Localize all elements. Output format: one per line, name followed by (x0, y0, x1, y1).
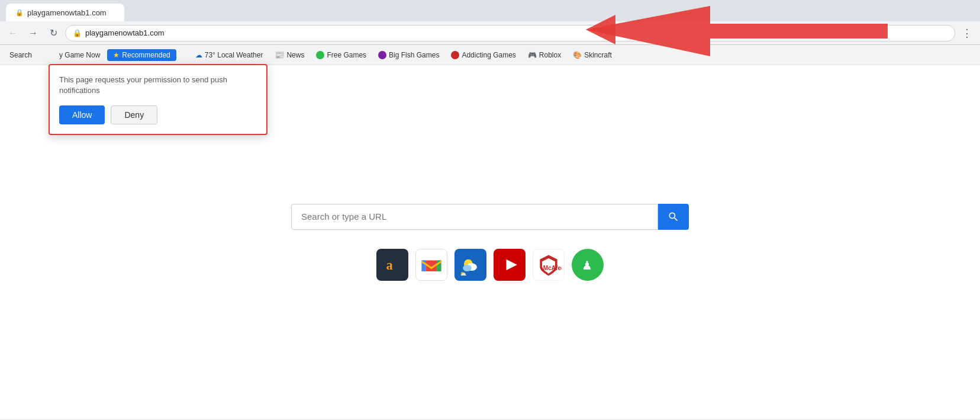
deny-button[interactable]: Deny (111, 105, 157, 124)
weather-icon: ⛅ (457, 252, 483, 278)
bookmark-weather[interactable]: ☁ 73° Local Weather (191, 49, 268, 62)
tab-bar: 🔒 playgamenowtab1.com (0, 0, 980, 21)
svg-text:McAfee: McAfee (543, 265, 562, 271)
search-bookmark-label: Search (9, 51, 32, 59)
bookmark-skincraft[interactable]: 🎨 Skincraft (568, 49, 617, 62)
bookmark-free-games[interactable]: Free Games (311, 49, 371, 62)
quick-link-youtube[interactable] (494, 249, 526, 281)
search-container (291, 204, 689, 230)
big-fish-label: Big Fish Games (389, 51, 439, 59)
bookmark-recommended[interactable]: ★ Recommended (107, 49, 176, 61)
big-fish-icon (378, 51, 386, 59)
popup-message: This page requests your permission to se… (59, 75, 257, 96)
quick-link-mcafee[interactable]: McAfee (533, 249, 565, 281)
mcafee-icon: McAfee (536, 252, 562, 278)
star-icon: ★ (113, 51, 120, 59)
bookmark-play-game[interactable]: y Game Now (54, 49, 105, 62)
bookmark-addicting[interactable]: Addicting Games (446, 49, 520, 62)
back-button[interactable]: ← (5, 25, 21, 41)
addicting-label: Addicting Games (462, 51, 515, 59)
forward-button[interactable]: → (25, 25, 41, 41)
address-bar[interactable]: 🔒 playgamenowtab1.com (65, 25, 955, 41)
bookmarks-bar: Search y Game Now ★ Recommended ☁ 73° Lo… (0, 45, 980, 65)
free-games-label: Free Games (327, 51, 366, 59)
skincraft-icon: 🎨 (573, 51, 582, 59)
search-input[interactable] (301, 211, 648, 222)
roblox-label: Roblox (539, 51, 561, 59)
bookmark-news[interactable]: 📰 News (270, 48, 309, 62)
quick-link-amazon[interactable]: a (376, 249, 408, 281)
quick-link-dashlane[interactable]: ♟ (572, 249, 604, 281)
active-tab[interactable]: 🔒 playgamenowtab1.com (6, 4, 124, 21)
quick-links: a ⛅ (376, 249, 604, 281)
dashlane-icon: ♟ (577, 254, 598, 275)
reload-button[interactable]: ↻ (45, 25, 62, 41)
news-label: News (286, 51, 304, 59)
gmail-icon (418, 252, 444, 278)
menu-icon: ⋮ (962, 27, 973, 40)
forward-icon: → (28, 28, 38, 39)
popup-buttons: Allow Deny (59, 105, 257, 124)
allow-button[interactable]: Allow (59, 105, 105, 124)
roblox-icon: 🎮 (528, 51, 537, 59)
notification-popup: This page requests your permission to se… (49, 64, 267, 135)
weather-label: 73° Local Weather (205, 51, 263, 59)
quick-link-weather[interactable]: ⛅ (454, 249, 486, 281)
amazon-icon: a (382, 254, 403, 275)
search-submit-icon (668, 211, 679, 223)
reload-icon: ↻ (50, 27, 57, 39)
addicting-icon (451, 51, 459, 59)
svg-text:a: a (386, 257, 393, 272)
skincraft-label: Skincraft (584, 51, 612, 59)
lock-icon: 🔒 (73, 29, 82, 37)
play-game-label: y Game Now (59, 51, 100, 59)
browser-chrome: 🔒 playgamenowtab1.com ← → ↻ 🔒 playgameno… (0, 0, 980, 65)
bookmark-separator (179, 53, 188, 57)
svg-text:⛅: ⛅ (460, 270, 467, 277)
free-games-icon (316, 51, 324, 59)
quick-link-gmail[interactable] (415, 249, 447, 281)
toolbar: ← → ↻ 🔒 playgamenowtab1.com ⋮ (0, 21, 980, 45)
menu-button[interactable]: ⋮ (959, 25, 975, 41)
youtube-icon (497, 252, 523, 278)
address-text: playgamenowtab1.com (85, 28, 947, 37)
recommended-label: Recommended (122, 51, 170, 59)
bookmark-search[interactable]: Search (5, 49, 52, 62)
bookmark-roblox[interactable]: 🎮 Roblox (523, 49, 566, 62)
svg-point-10 (463, 265, 472, 271)
search-input-wrap[interactable] (291, 204, 658, 230)
weather-icon: ☁ (195, 51, 202, 59)
news-icon: 📰 (275, 50, 284, 59)
bookmark-big-fish[interactable]: Big Fish Games (373, 49, 444, 62)
search-submit-button[interactable] (658, 204, 689, 230)
svg-text:♟: ♟ (582, 258, 592, 271)
tab-title: playgamenowtab1.com (27, 8, 107, 17)
back-icon: ← (8, 28, 18, 39)
